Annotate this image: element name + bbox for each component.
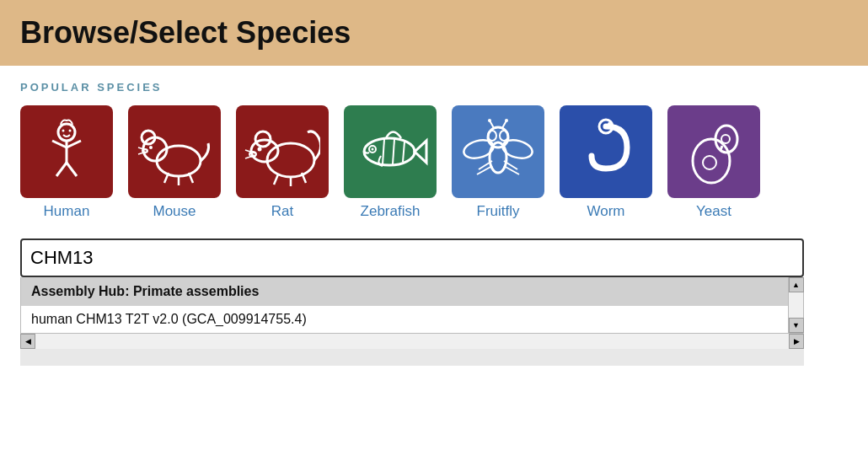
scroll-up-button[interactable]: ▲ xyxy=(789,277,804,292)
species-item-worm[interactable]: Worm xyxy=(560,105,652,220)
species-label-worm: Worm xyxy=(587,203,624,220)
species-grid: Human xyxy=(20,105,848,220)
species-icon-fruitfly xyxy=(452,105,544,198)
dropdown-content: Assembly Hub: Primate assemblies human C… xyxy=(20,277,789,334)
rat-icon xyxy=(244,114,320,190)
svg-point-53 xyxy=(703,156,716,169)
page-title: Browse/Select Species xyxy=(20,15,848,51)
bottom-hint-bar xyxy=(20,349,804,366)
h-scroll-wrapper: ◀ ▶ xyxy=(20,334,804,349)
svg-point-39 xyxy=(488,119,491,122)
svg-point-8 xyxy=(157,146,201,176)
species-icon-mouse xyxy=(128,105,221,198)
svg-line-33 xyxy=(403,142,405,162)
svg-point-54 xyxy=(721,135,730,143)
zebrafish-icon xyxy=(352,114,428,190)
dropdown-item-0[interactable]: human CHM13 T2T v2.0 (GCA_009914755.4) xyxy=(21,306,788,333)
svg-line-25 xyxy=(274,174,278,185)
svg-point-50 xyxy=(693,139,730,183)
species-icon-rat xyxy=(236,105,329,198)
page-header: Browse/Select Species xyxy=(0,0,868,66)
species-label-mouse: Mouse xyxy=(153,203,196,220)
svg-point-21 xyxy=(258,147,262,152)
species-item-fruitfly[interactable]: Fruitfly xyxy=(452,105,544,220)
svg-point-11 xyxy=(149,146,153,149)
svg-line-45 xyxy=(477,166,492,174)
species-item-mouse[interactable]: Mouse xyxy=(128,105,221,220)
species-item-yeast[interactable]: Yeast xyxy=(667,105,760,220)
svg-line-52 xyxy=(721,146,722,150)
species-item-rat[interactable]: Rat xyxy=(236,105,329,220)
svg-line-47 xyxy=(504,166,519,174)
svg-point-1 xyxy=(62,130,65,132)
fruitfly-icon xyxy=(460,114,536,190)
scroll-track xyxy=(789,292,803,318)
main-content: POPULAR SPECIES xyxy=(0,66,868,366)
species-label-human: Human xyxy=(44,203,90,220)
mouse-icon xyxy=(137,114,212,190)
worm-icon xyxy=(568,114,644,190)
human-icon xyxy=(29,114,104,190)
dropdown-scrollbar: ▲ ▼ xyxy=(789,277,804,334)
svg-line-6 xyxy=(56,163,67,176)
scroll-right-button[interactable]: ▶ xyxy=(789,334,804,349)
species-icon-zebrafish xyxy=(344,105,437,198)
species-icon-human xyxy=(20,105,113,198)
species-icon-worm xyxy=(560,105,652,198)
svg-point-0 xyxy=(58,124,75,141)
svg-point-41 xyxy=(505,119,508,122)
svg-line-7 xyxy=(67,163,77,176)
popular-species-label: POPULAR SPECIES xyxy=(20,81,848,94)
dropdown-group-header: Assembly Hub: Primate assemblies xyxy=(21,277,788,306)
svg-point-49 xyxy=(608,122,611,126)
scroll-down-button[interactable]: ▼ xyxy=(789,318,804,333)
dropdown-wrapper: Assembly Hub: Primate assemblies human C… xyxy=(20,277,804,334)
svg-point-30 xyxy=(372,148,374,151)
search-input[interactable] xyxy=(20,238,804,277)
h-scroll-track xyxy=(35,334,789,349)
species-label-fruitfly: Fruitfly xyxy=(477,203,520,220)
species-label-yeast: Yeast xyxy=(696,203,731,220)
svg-line-31 xyxy=(383,139,384,164)
species-label-rat: Rat xyxy=(271,203,293,220)
yeast-icon xyxy=(676,114,752,190)
svg-point-2 xyxy=(69,130,72,132)
scroll-left-button[interactable]: ◀ xyxy=(20,334,35,349)
species-item-human[interactable]: Human xyxy=(20,105,113,220)
species-icon-yeast xyxy=(667,105,760,198)
svg-line-32 xyxy=(393,139,394,164)
species-label-zebrafish: Zebrafish xyxy=(361,203,421,220)
species-item-zebrafish[interactable]: Zebrafish xyxy=(344,105,437,220)
